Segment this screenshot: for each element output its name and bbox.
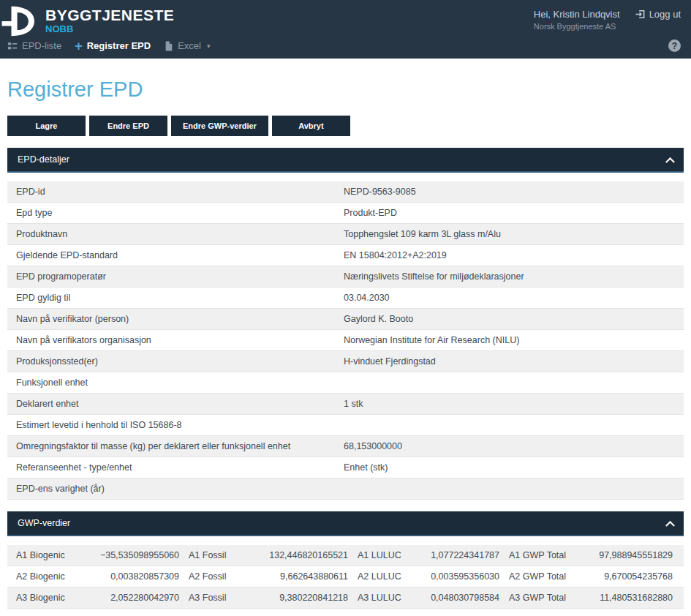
gwp-value: −35,535098955060	[95, 550, 179, 560]
nav-label: Excel	[178, 40, 201, 51]
table-row: Funksjonell enhet	[7, 372, 684, 394]
row-label: Navn på verifikator (person)	[7, 314, 344, 324]
logout-icon	[635, 9, 646, 20]
table-row: Navn på verifikator (person)Gaylord K. B…	[7, 309, 684, 330]
gwp-label: A2 Fossil	[179, 571, 268, 582]
chevron-down-icon: ▾	[207, 42, 211, 50]
edit-gwp-button[interactable]: Endre GWP-verdier	[171, 116, 268, 136]
gwp-value: 9,662643880611	[268, 571, 348, 582]
table-row: EPD-idNEPD-9563-9085	[7, 181, 684, 203]
edit-epd-button[interactable]: Endre EPD	[89, 116, 167, 136]
table-row: EPD programoperatørNæringslivets Stiftel…	[7, 266, 684, 288]
row-value: H-vinduet Fjerdingstad	[344, 356, 684, 367]
gwp-value: 0,048030798584	[428, 593, 499, 603]
chevron-up-icon	[665, 520, 675, 530]
logout-button[interactable]: Logg ut	[635, 9, 681, 20]
nav-label: Registrer EPD	[87, 40, 151, 51]
gwp-value: 0,003595356030	[428, 571, 499, 582]
gwp-value: 9,380220841218	[268, 593, 348, 603]
table-row: Estimert levetid i henhold til ISO 15686…	[7, 415, 684, 436]
row-value: EN 15804:2012+A2:2019	[344, 250, 684, 260]
table-row: Epd typeProdukt-EPD	[7, 203, 684, 224]
gwp-section-header[interactable]: GWP-verdier	[7, 511, 684, 536]
row-value: Produkt-EPD	[344, 208, 684, 218]
list-icon	[7, 41, 18, 51]
gwp-value: 2,052280042970	[95, 593, 179, 603]
details-section-header[interactable]: EPD-detaljer	[7, 148, 684, 173]
table-row: EPD gyldig til03.04.2030	[7, 288, 684, 309]
brand-text: BYGGTJENESTE NOBB	[45, 7, 174, 34]
page-title: Registrer EPD	[7, 78, 684, 102]
gwp-label: A3 Biogenic	[16, 593, 95, 603]
row-label: Estimert levetid i henhold til ISO 15686…	[7, 420, 344, 430]
row-value: NEPD-9563-9085	[344, 187, 684, 197]
row-label: Gjeldende EPD-standard	[7, 250, 344, 260]
save-button[interactable]: Lagre	[7, 116, 86, 136]
help-button[interactable]: ?	[668, 40, 681, 52]
brand-sub: NOBB	[45, 24, 174, 34]
gwp-row: A1 Biogenic−35,535098955060A1 Fossil132,…	[7, 545, 684, 566]
row-label: Navn på verifikators organisasjon	[7, 335, 344, 345]
chevron-up-icon	[665, 157, 675, 166]
logout-label: Logg ut	[649, 9, 681, 20]
row-label: EPD-ens varighet (år)	[7, 484, 344, 494]
row-value: Norwegian Institute for Air Research (NI…	[344, 335, 684, 345]
nav-label: EPD-liste	[22, 40, 61, 51]
company-name: Norsk Byggtjeneste AS	[534, 22, 681, 31]
row-value: Enhet (stk)	[344, 462, 684, 473]
details-table: EPD-idNEPD-9563-9085Epd typeProdukt-EPDP…	[7, 181, 684, 500]
table-row: ProduktnavnTopphengslet 109 karm 3L glas…	[7, 224, 684, 245]
row-label: EPD-id	[7, 187, 344, 197]
row-label: Produktnavn	[7, 229, 344, 239]
gwp-value: 11,480531682880	[592, 593, 673, 603]
header-top: BYGGTJENESTE NOBB Hei, Kristin Lindqvist…	[0, 0, 691, 34]
nav-item-registrer-epd[interactable]: + Registrer EPD	[75, 40, 151, 51]
gwp-label: A2 LULUC	[348, 571, 428, 582]
row-value: 03.04.2030	[344, 293, 684, 303]
table-row: Referanseenhet - type/enhetEnhet (stk)	[7, 457, 684, 478]
gwp-label: A1 Fossil	[179, 550, 268, 560]
gwp-label: A3 GWP Total	[499, 593, 592, 603]
nav-item-excel[interactable]: Excel ▾	[164, 40, 210, 51]
row-label: Omregningsfaktor til masse (kg) per dekl…	[7, 441, 344, 451]
brand-logo[interactable]: BYGGTJENESTE NOBB	[0, 4, 174, 37]
row-value: 1 stk	[344, 399, 684, 409]
gwp-value: 97,988945551829	[592, 550, 673, 560]
gwp-label: A1 GWP Total	[499, 550, 592, 560]
gwp-row: A2 Biogenic0,003820857309A2 Fossil9,6626…	[7, 566, 684, 587]
gwp-label: A3 Fossil	[179, 593, 268, 603]
table-row: Gjeldende EPD-standardEN 15804:2012+A2:2…	[7, 245, 684, 266]
gwp-label: A2 Biogenic	[16, 571, 95, 582]
gwp-section-title: GWP-verdier	[18, 518, 70, 528]
gwp-label: A3 LULUC	[348, 593, 428, 603]
row-label: Referanseenhet - type/enhet	[7, 462, 344, 473]
row-label: EPD programoperatør	[7, 271, 344, 282]
cancel-button[interactable]: Avbryt	[272, 116, 350, 136]
user-area: Hei, Kristin Lindqvist Logg ut Norsk Byg…	[534, 9, 681, 31]
row-value: Topphengslet 109 karm 3L glass m/Alu	[344, 229, 684, 239]
table-row: Navn på verifikators organisasjonNorwegi…	[7, 330, 684, 351]
table-row: Produksjonssted(er)H-vinduet Fjerdingsta…	[7, 351, 684, 372]
gwp-value: 0,003820857309	[95, 571, 179, 582]
table-row: Omregningsfaktor til masse (kg) per dekl…	[7, 436, 684, 457]
file-icon	[164, 41, 173, 51]
row-label: Funksjonell enhet	[7, 378, 344, 388]
gwp-label: A1 Biogenic	[16, 550, 95, 560]
gwp-value: 1,077224341787	[428, 550, 499, 560]
plus-icon: +	[75, 42, 83, 50]
row-value: Gaylord K. Booto	[344, 314, 684, 324]
row-value: 68,153000000	[344, 441, 684, 451]
main-nav: EPD-liste + Registrer EPD Excel ▾ ?	[0, 34, 691, 59]
row-label: EPD gyldig til	[7, 293, 344, 303]
brand-name: BYGGTJENESTE	[45, 7, 174, 23]
row-label: Produksjonssted(er)	[7, 356, 344, 367]
nav-item-epd-liste[interactable]: EPD-liste	[7, 40, 61, 51]
main-content: Registrer EPD Lagre Endre EPD Endre GWP-…	[0, 78, 691, 609]
app-header: BYGGTJENESTE NOBB Hei, Kristin Lindqvist…	[0, 0, 691, 59]
row-value: Næringslivets Stiftelse for miljødeklara…	[344, 271, 684, 282]
details-section-title: EPD-detaljer	[18, 154, 69, 165]
user-greeting: Hei, Kristin Lindqvist	[534, 9, 620, 20]
gwp-value: 132,446820165521	[268, 550, 348, 560]
table-row: EPD-ens varighet (år)	[7, 478, 684, 500]
toolbar: Lagre Endre EPD Endre GWP-verdier Avbryt	[7, 116, 684, 136]
